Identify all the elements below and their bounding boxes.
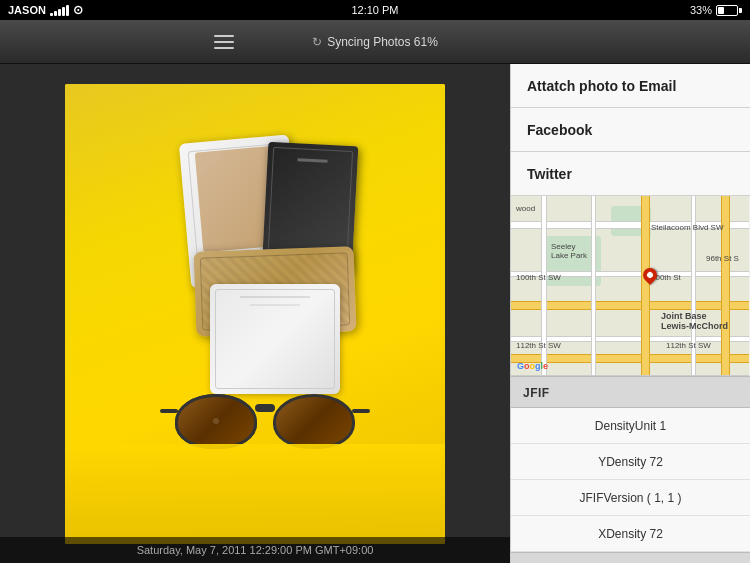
meta-row-text-jfifversion: JFIFVersion ( 1, 1 ) — [579, 491, 681, 505]
menu-item-label-facebook: Facebook — [527, 122, 592, 138]
menu-item-label-twitter: Twitter — [527, 166, 572, 182]
menu-item-facebook[interactable]: Facebook — [511, 108, 750, 152]
sync-icon: ↻ — [312, 35, 322, 49]
display-item-white-stand — [210, 284, 340, 394]
map-label: wood — [516, 204, 535, 213]
photo-image[interactable] — [65, 84, 445, 544]
status-bar-right: 33% — [690, 4, 742, 16]
meta-row-densityunit: DensityUnit 1 — [511, 408, 750, 444]
menu-item-attach-email[interactable]: Attatch photo to Email — [511, 64, 750, 108]
meta-row-text-xdensity: XDensity 72 — [598, 527, 663, 541]
carrier-label: JASON — [8, 4, 46, 16]
photo-caption-text: Saturday, May 7, 2011 12:29:00 PM GMT+09… — [137, 544, 374, 556]
menu-item-label-attach-email: Attatch photo to Email — [527, 78, 676, 94]
hamburger-line-3 — [214, 47, 234, 49]
photo-background — [65, 84, 445, 544]
map-label: 112th St SW — [666, 341, 711, 350]
map-label: 100th St SW — [516, 273, 561, 282]
meta-section-header-jfif: JFIF — [511, 376, 750, 408]
meta-row-ydensity: YDensity 72 — [511, 444, 750, 480]
map-label: 96th St S — [706, 254, 739, 263]
metadata-container: JFIFDensityUnit 1YDensity 72JFIFVersion … — [511, 376, 750, 563]
menu-item-twitter[interactable]: Twitter — [511, 152, 750, 196]
hamburger-line-2 — [214, 41, 234, 43]
toolbar: ↻ Syncing Photos 61% — [0, 20, 750, 64]
map-label: Steilacoom Blvd SW — [651, 223, 723, 232]
map-road — [591, 196, 596, 375]
photo-caption: Saturday, May 7, 2011 12:29:00 PM GMT+09… — [0, 537, 510, 563]
signal-bars-icon — [50, 5, 69, 16]
meta-row-jfifversion: JFIFVersion ( 1, 1 ) — [511, 480, 750, 516]
meta-section-title-jfif: JFIF — [523, 386, 550, 400]
wifi-icon: ⊙ — [73, 3, 83, 17]
meta-section-header-exif: Exif — [511, 552, 750, 563]
right-panel: Copy photoAttatch photo to EmailFacebook… — [510, 20, 750, 563]
map-location-pin — [643, 268, 657, 286]
floor-reflection — [65, 444, 445, 544]
meta-row-text-densityunit: DensityUnit 1 — [595, 419, 666, 433]
meta-row-text-ydensity: YDensity 72 — [598, 455, 663, 469]
map-label: 112th St SW — [516, 341, 561, 350]
meta-row-xdensity: XDensity 72 — [511, 516, 750, 552]
photo-view — [0, 64, 510, 563]
map-label: SeeleyLake Park — [551, 242, 587, 260]
map-label-base: Joint BaseLewis-McChord — [661, 311, 728, 331]
sync-status: ↻ Syncing Photos 61% — [312, 35, 438, 49]
status-bar: JASON ⊙ 12:10 PM 33% — [0, 0, 750, 20]
hamburger-line-1 — [214, 35, 234, 37]
map-container[interactable]: Steilacoom Blvd SW SeeleyLake Park 100th… — [511, 196, 749, 376]
hamburger-button[interactable] — [208, 26, 240, 58]
sync-label-text: Syncing Photos 61% — [327, 35, 438, 49]
battery-percent-label: 33% — [690, 4, 712, 16]
battery-icon — [716, 5, 742, 16]
google-logo: Google — [517, 361, 548, 371]
status-bar-left: JASON ⊙ — [8, 3, 83, 17]
status-bar-time: 12:10 PM — [351, 4, 398, 16]
